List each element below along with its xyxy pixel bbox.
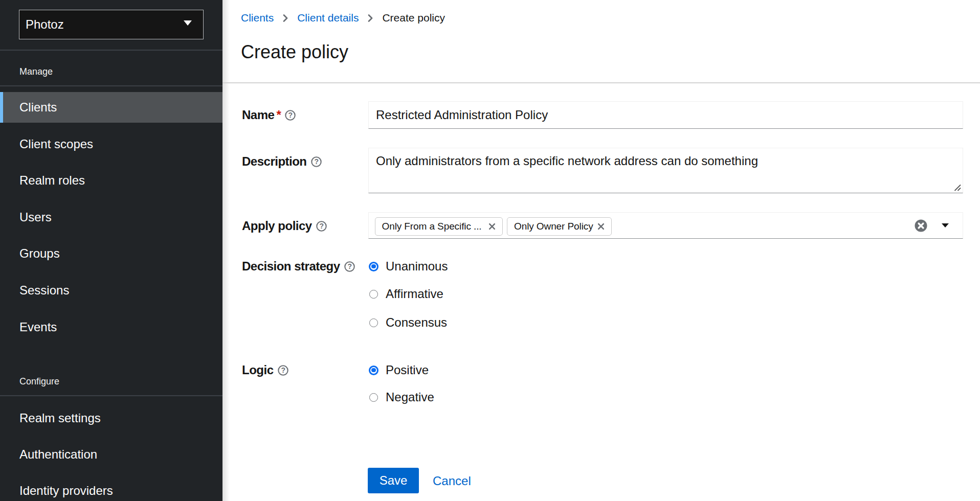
svg-text:?: ?: [347, 262, 351, 270]
svg-text:?: ?: [319, 222, 323, 230]
svg-text:?: ?: [288, 111, 293, 119]
svg-text:?: ?: [281, 366, 285, 374]
svg-text:?: ?: [314, 157, 318, 166]
